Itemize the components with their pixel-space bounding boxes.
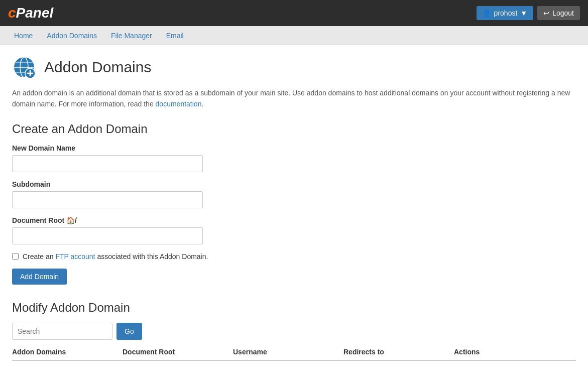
create-section-title: Create an Addon Domain (12, 122, 576, 136)
ftp-link[interactable]: FTP account (55, 252, 95, 261)
logo-panel: Panel (16, 5, 54, 21)
page-title: Addon Domains (44, 59, 151, 76)
new-domain-group: New Domain Name (12, 144, 576, 172)
logout-label: Logout (552, 9, 574, 17)
description-text-2: . (201, 100, 203, 108)
subdomain-label: Subdomain (12, 180, 576, 188)
new-domain-label: New Domain Name (12, 144, 576, 152)
add-domain-button[interactable]: Add Domain (12, 269, 67, 285)
home-icon: 🏠/ (66, 216, 77, 224)
logout-button[interactable]: ↩ Logout (537, 6, 580, 20)
search-row: Go (12, 323, 576, 340)
create-section: Create an Addon Domain New Domain Name S… (12, 122, 576, 301)
nav-email[interactable]: Email (160, 28, 190, 44)
page-header: Addon Domains (12, 55, 576, 79)
documentation-link[interactable]: documentation (156, 100, 202, 108)
table-headers: Addon Domains Document Root Username Red… (12, 348, 576, 361)
description-text-1: An addon domain is an additional domain … (12, 89, 570, 108)
nav-file-manager[interactable]: File Manager (105, 28, 158, 44)
main-content: Addon Domains An addon domain is an addi… (0, 45, 588, 371)
page-description: An addon domain is an additional domain … (12, 87, 576, 110)
logout-icon: ↩ (543, 9, 549, 17)
addon-domains-icon (12, 55, 36, 79)
secondary-nav: Home Addon Domains File Manager Email (0, 26, 588, 45)
user-icon: 👤 (483, 9, 491, 17)
th-redirects-to: Redirects to (343, 348, 454, 356)
ftp-checkbox-label: Create an FTP account associated with th… (23, 252, 208, 261)
username-label: prohost (494, 9, 518, 17)
subdomain-input[interactable] (12, 191, 203, 208)
top-right-controls: 👤 prohost ▼ ↩ Logout (477, 6, 580, 20)
document-root-label: Document Root 🏠/ (12, 216, 576, 224)
modify-section-title: Modify Addon Domain (12, 301, 576, 315)
th-document-root: Document Root (123, 348, 233, 356)
modify-section: Modify Addon Domain Go Addon Domains Doc… (12, 301, 576, 361)
go-button[interactable]: Go (116, 323, 142, 340)
document-root-input[interactable] (12, 227, 203, 244)
th-username: Username (233, 348, 343, 356)
nav-addon-domains[interactable]: Addon Domains (41, 28, 103, 44)
subdomain-group: Subdomain (12, 180, 576, 208)
document-root-group: Document Root 🏠/ (12, 216, 576, 244)
dropdown-arrow-icon: ▼ (520, 9, 527, 17)
th-addon-domains: Addon Domains (12, 348, 123, 356)
new-domain-input[interactable] (12, 155, 203, 172)
top-navbar: cPanel 👤 prohost ▼ ↩ Logout (0, 0, 588, 26)
ftp-checkbox[interactable] (12, 253, 19, 260)
user-dropdown-button[interactable]: 👤 prohost ▼ (477, 6, 534, 20)
ftp-checkbox-group: Create an FTP account associated with th… (12, 252, 576, 261)
nav-home[interactable]: Home (8, 28, 39, 44)
cpanel-logo: cPanel (8, 5, 53, 21)
search-input[interactable] (12, 323, 112, 340)
th-actions: Actions (454, 348, 554, 356)
logo-c: c (8, 5, 16, 21)
